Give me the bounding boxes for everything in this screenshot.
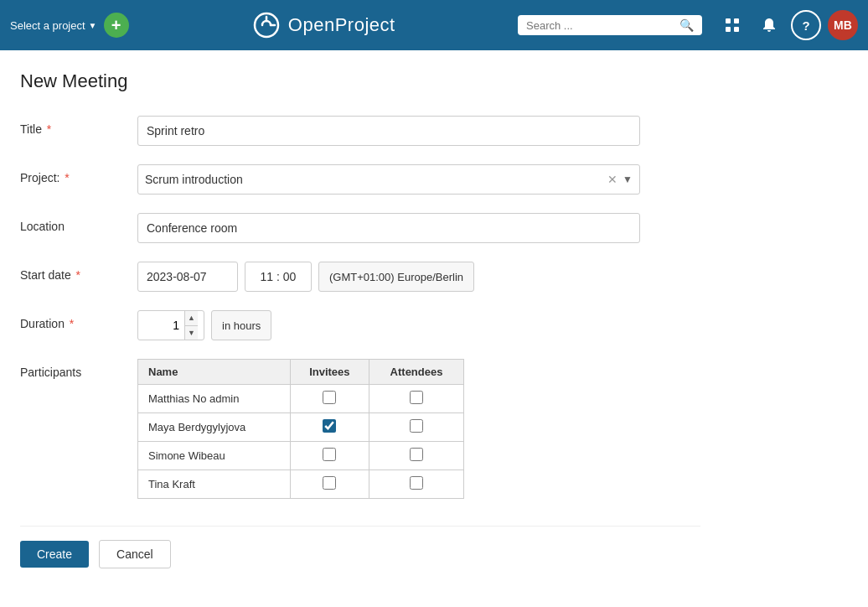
- start-date-row: Start date * (GMT+01:00) Europe/Berlin: [20, 262, 700, 292]
- table-row: Matthias No admin: [138, 385, 464, 413]
- participants-label: Participants: [20, 359, 121, 379]
- project-dropdown-icon[interactable]: ▼: [623, 174, 633, 185]
- in-hours-label: in hours: [211, 310, 271, 340]
- grid-svg: [724, 17, 741, 34]
- participants-table: Name Invitees Attendees Matthias No admi…: [137, 359, 464, 499]
- location-label: Location: [20, 213, 121, 233]
- attendee-checkbox[interactable]: [410, 419, 423, 433]
- project-field-wrapper: Scrum introduction ✕ ▼: [137, 164, 640, 195]
- location-input[interactable]: [137, 213, 640, 243]
- duration-required: *: [70, 317, 74, 330]
- participant-name: Simone Wibeau: [138, 442, 291, 470]
- create-button[interactable]: Create: [20, 541, 89, 568]
- main-content: New Meeting Title * Project: * Scrum int…: [0, 50, 721, 589]
- header: Select a project ▼ + OpenProject 🔍: [0, 0, 868, 50]
- participants-tbody: Matthias No adminMaya BerdygylyjovaSimon…: [138, 385, 464, 499]
- svg-rect-2: [726, 27, 731, 32]
- spinner-down-button[interactable]: ▼: [185, 326, 198, 340]
- attendee-cell: [369, 413, 464, 442]
- form-buttons: Create Cancel: [20, 526, 700, 568]
- title-input[interactable]: [137, 116, 640, 146]
- bell-svg: [761, 17, 778, 34]
- header-icons: ? MB: [717, 10, 858, 40]
- project-row: Project: * Scrum introduction ✕ ▼: [20, 164, 700, 195]
- svg-rect-1: [734, 18, 739, 23]
- timezone-button[interactable]: (GMT+01:00) Europe/Berlin: [318, 262, 474, 292]
- chevron-down-icon: ▼: [89, 21, 97, 30]
- cancel-button[interactable]: Cancel: [99, 540, 171, 568]
- title-required: *: [47, 122, 51, 136]
- project-value: Scrum introduction: [145, 173, 607, 186]
- search-input[interactable]: [526, 19, 674, 32]
- select-project-label: Select a project: [10, 19, 85, 32]
- title-row: Title *: [20, 116, 700, 146]
- duration-row: Duration * ▲ ▼ in hours: [20, 310, 700, 340]
- invitee-checkbox[interactable]: [323, 419, 336, 433]
- time-input[interactable]: [245, 262, 312, 292]
- logo-icon: [251, 10, 282, 40]
- add-button[interactable]: +: [104, 13, 129, 38]
- duration-spinner-controls: ▲ ▼: [184, 311, 198, 340]
- project-label: Project: *: [20, 164, 121, 184]
- duration-input[interactable]: [138, 311, 184, 340]
- title-field-wrapper: [137, 116, 640, 146]
- question-mark: ?: [802, 18, 809, 33]
- start-date-inputs: (GMT+01:00) Europe/Berlin: [137, 262, 640, 292]
- attendee-checkbox[interactable]: [410, 448, 423, 461]
- select-project-button[interactable]: Select a project ▼: [10, 19, 97, 32]
- duration-field-wrapper: ▲ ▼ in hours: [137, 310, 640, 340]
- logo-text: OpenProject: [288, 14, 395, 36]
- invitee-cell: [290, 442, 369, 470]
- table-row: Simone Wibeau: [138, 442, 464, 470]
- col-invitees-header: Invitees: [290, 360, 369, 385]
- participant-name: Matthias No admin: [138, 385, 291, 413]
- attendee-cell: [369, 470, 464, 499]
- invitee-checkbox[interactable]: [323, 391, 336, 404]
- participants-table-header: Name Invitees Attendees: [138, 360, 464, 385]
- grid-icon[interactable]: [717, 10, 747, 40]
- attendee-cell: [369, 385, 464, 413]
- notification-icon[interactable]: [754, 10, 784, 40]
- svg-rect-0: [726, 18, 731, 23]
- page-title: New Meeting: [20, 70, 700, 92]
- start-date-label: Start date *: [20, 262, 121, 282]
- header-left: Select a project ▼ +: [10, 13, 129, 38]
- location-row: Location: [20, 213, 700, 243]
- avatar-initials: MB: [834, 18, 852, 32]
- col-attendees-header: Attendees: [369, 360, 464, 385]
- invitee-checkbox[interactable]: [323, 476, 336, 490]
- title-label: Title *: [20, 116, 121, 136]
- duration-inputs: ▲ ▼ in hours: [137, 310, 640, 340]
- app-logo: OpenProject: [137, 10, 509, 40]
- avatar[interactable]: MB: [828, 10, 858, 40]
- attendee-checkbox[interactable]: [410, 476, 423, 490]
- start-date-field-wrapper: (GMT+01:00) Europe/Berlin: [137, 262, 640, 292]
- col-name-header: Name: [138, 360, 291, 385]
- search-icon: 🔍: [679, 18, 694, 32]
- invitee-cell: [290, 470, 369, 499]
- location-field-wrapper: [137, 213, 640, 243]
- table-row: Maya Berdygylyjova: [138, 413, 464, 442]
- attendee-checkbox[interactable]: [410, 391, 423, 404]
- project-required: *: [65, 171, 69, 184]
- invitee-cell: [290, 413, 369, 442]
- duration-label: Duration *: [20, 310, 121, 330]
- spinner-up-button[interactable]: ▲: [185, 311, 198, 326]
- participant-name: Maya Berdygylyjova: [138, 413, 291, 442]
- project-clear-icon[interactable]: ✕: [607, 173, 617, 186]
- attendee-cell: [369, 442, 464, 470]
- date-input[interactable]: [137, 262, 238, 292]
- duration-spinbox: ▲ ▼: [137, 310, 204, 340]
- table-header-row: Name Invitees Attendees: [138, 360, 464, 385]
- svg-rect-3: [734, 27, 739, 32]
- start-date-required: *: [76, 268, 80, 282]
- invitee-checkbox[interactable]: [323, 448, 336, 461]
- invitee-cell: [290, 385, 369, 413]
- project-select[interactable]: Scrum introduction ✕ ▼: [137, 164, 640, 195]
- help-icon[interactable]: ?: [791, 10, 821, 40]
- search-bar: 🔍: [518, 15, 702, 35]
- participants-field-wrapper: Name Invitees Attendees Matthias No admi…: [137, 359, 640, 499]
- participant-name: Tina Kraft: [138, 470, 291, 499]
- table-row: Tina Kraft: [138, 470, 464, 499]
- participants-row: Participants Name Invitees Attendees Mat…: [20, 359, 700, 499]
